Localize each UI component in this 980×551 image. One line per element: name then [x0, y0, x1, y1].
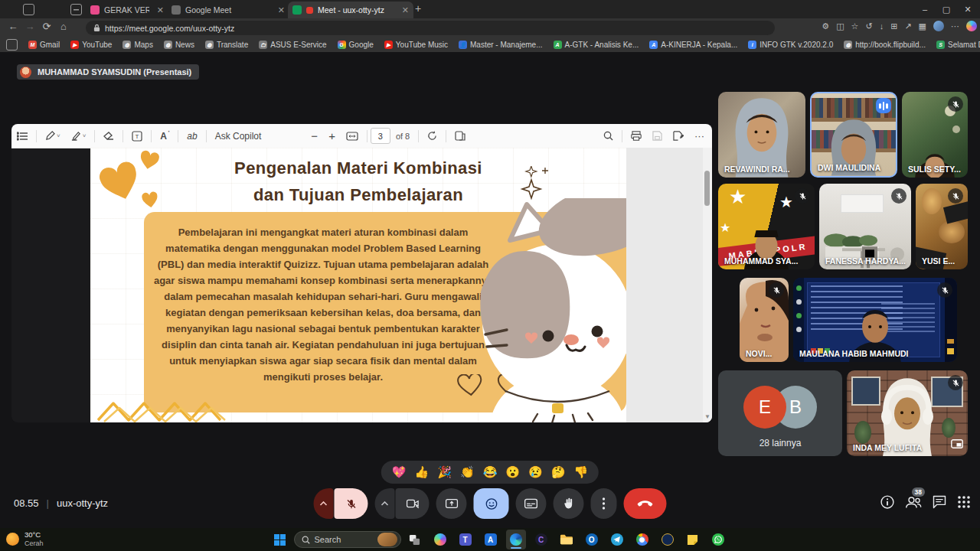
page-number-input[interactable]: 3 [371, 128, 390, 144]
home-icon[interactable]: ⌂ [55, 21, 72, 32]
tile-inda[interactable]: INDA MEY LUFITA [847, 370, 968, 456]
back-icon[interactable]: ← [5, 21, 21, 32]
tile-muhammad[interactable]: ★ ★ ★ MABES POLR MUHAMMAD SYA... [718, 184, 815, 269]
toc-icon[interactable] [17, 132, 28, 141]
tile-fanessa[interactable]: FANESSA HARDYA... [819, 184, 911, 269]
camera-options-chevron[interactable] [375, 488, 395, 519]
tab-google-meet[interactable]: Google Meet ✕ [167, 2, 289, 18]
tile-sulis[interactable]: SULIS SETY... [902, 92, 968, 178]
workspaces-icon[interactable] [23, 4, 34, 15]
scroll-down-icon[interactable]: ▼ [704, 413, 710, 420]
reaction-party[interactable]: 🎉 [437, 465, 452, 479]
favorites-star-icon[interactable]: ☆ [851, 21, 859, 31]
file-explorer-icon[interactable] [557, 530, 577, 549]
pdf-more-icon[interactable]: ··· [694, 130, 704, 142]
zoom-out-icon[interactable]: − [311, 129, 318, 142]
bookmark-flipbuild[interactable]: ◍http://book.flipbuild... [844, 41, 926, 49]
fit-width-icon[interactable] [346, 132, 358, 141]
reaction-thumbs-up[interactable]: 👍 [414, 465, 429, 479]
eraser-icon[interactable] [103, 132, 114, 141]
taskbar-search[interactable]: Search [294, 531, 401, 548]
share-icon[interactable]: ↗ [904, 21, 911, 31]
weather-widget[interactable]: 30°C Cerah [6, 531, 44, 547]
search-document-icon[interactable] [603, 131, 613, 141]
reaction-thumbs-down[interactable]: 👎 [574, 465, 589, 479]
save-as-icon[interactable] [673, 131, 684, 141]
text-tools-icon[interactable]: ab [187, 131, 197, 142]
rotate-icon[interactable] [427, 131, 437, 141]
draw-pen-icon[interactable]: ˅ [45, 131, 60, 141]
copilot-taskbar-icon[interactable] [430, 530, 450, 549]
read-aloud-icon[interactable]: A𝄒 [160, 131, 169, 142]
bookmark-agtk[interactable]: AA-GTK - Analisis Ke... [554, 41, 639, 49]
forward-icon[interactable]: → [21, 21, 38, 32]
add-text-icon[interactable]: T [132, 131, 142, 142]
bookmark-translate[interactable]: ◍Translate [205, 41, 248, 49]
maximize-button[interactable]: ▢ [936, 5, 957, 15]
end-call-button[interactable] [624, 488, 667, 519]
edge-taskbar-icon[interactable] [506, 530, 526, 549]
reaction-thinking[interactable]: 🤔 [551, 465, 566, 479]
bookmark-akinerja[interactable]: AA-KINERJA - Kepala... [649, 41, 737, 49]
present-screen-button[interactable] [436, 488, 467, 519]
kemdikbud-badge-icon[interactable] [658, 530, 678, 549]
extension-icon[interactable]: ⚙ [822, 21, 829, 31]
chrome-icon[interactable] [632, 530, 652, 549]
history-icon[interactable]: ↺ [865, 21, 872, 31]
app-c-icon[interactable]: C [531, 530, 551, 549]
camera-off-button[interactable] [396, 488, 430, 519]
tile-dwi[interactable]: DWI MAULIDINA [810, 92, 897, 178]
whatsapp-icon[interactable] [708, 530, 728, 549]
pip-icon[interactable] [951, 438, 963, 452]
tile-novi[interactable]: NOVI... [740, 278, 789, 362]
reaction-cry[interactable]: 😢 [528, 465, 543, 479]
tile-maulana[interactable]: MAULANA HABIB MAHMUDI [793, 278, 957, 362]
print-icon[interactable] [631, 131, 642, 141]
tab-close-icon[interactable]: ✕ [402, 5, 409, 15]
bookmark-youtube[interactable]: ▶YouTube [70, 41, 112, 49]
extensions-icon[interactable]: ⊞ [890, 21, 897, 31]
task-view-icon[interactable] [405, 530, 425, 549]
downloads-icon[interactable]: ↓ [880, 21, 884, 31]
captions-button[interactable] [516, 488, 547, 519]
address-bar[interactable]: https://meet.google.com/uux-otty-ytz [86, 21, 775, 35]
more-options-button[interactable] [591, 488, 617, 519]
bookmark-infogtk[interactable]: iINFO GTK v.2020.2.0 [748, 41, 833, 49]
page-view-icon[interactable] [455, 131, 466, 141]
reaction-laugh[interactable]: 😂 [483, 465, 498, 479]
chat-button[interactable] [932, 494, 947, 513]
copilot-icon[interactable] [966, 21, 977, 31]
raise-hand-button[interactable] [554, 488, 584, 519]
reaction-clap[interactable]: 👏 [460, 465, 475, 479]
info-button[interactable] [880, 494, 895, 513]
bookmark-gmail[interactable]: MGmail [28, 41, 60, 49]
profile-avatar[interactable] [933, 21, 944, 31]
tab-close-icon[interactable]: ✕ [278, 5, 285, 15]
pdf-scrollbar[interactable]: ▼ [703, 148, 712, 422]
tab-gerak-vertikal[interactable]: GERAK VERTIKAL - Assessment | ✕ [86, 2, 168, 18]
outlook-icon[interactable]: O [582, 530, 602, 549]
new-tab-button[interactable]: + [415, 2, 421, 15]
tile-yusi[interactable]: YUSI E... [916, 184, 968, 269]
reaction-heart[interactable]: 💖 [392, 465, 407, 479]
tab-meet-active[interactable]: Meet - uux-otty-ytz ✕ [288, 2, 413, 18]
mic-options-chevron[interactable] [314, 488, 334, 519]
reactions-button-active[interactable] [474, 488, 509, 519]
ask-copilot-button[interactable]: Ask Copilot [215, 131, 262, 142]
tile-others[interactable]: E B 28 lainnya [718, 370, 842, 456]
bookmark-selamat[interactable]: SSelamat Datang Di... [936, 41, 980, 49]
reaction-surprised[interactable]: 😮 [505, 465, 520, 479]
split-screen-icon[interactable]: ◫ [836, 21, 844, 31]
people-button[interactable]: 38 [905, 494, 922, 513]
activities-grid-button[interactable] [957, 495, 971, 512]
mic-muted-button[interactable] [335, 488, 368, 519]
bookmark-asus[interactable]: 🗀ASUS E-Service [259, 41, 326, 49]
bookmark-news[interactable]: ◍News [164, 41, 194, 49]
sidebar-icon[interactable] [6, 39, 18, 51]
app-a-icon[interactable]: A [481, 530, 501, 549]
highlighter-icon[interactable]: ˅ [71, 131, 87, 141]
close-button[interactable]: ✕ [957, 5, 978, 15]
bookmark-master[interactable]: 👤Master - Manajeme... [459, 41, 542, 49]
bookmark-google[interactable]: GGoogle [338, 41, 374, 49]
scrollbar-thumb[interactable] [704, 171, 710, 206]
